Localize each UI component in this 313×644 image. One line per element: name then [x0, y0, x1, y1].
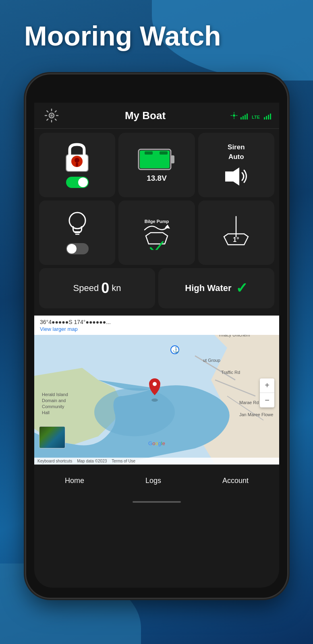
signal-indicator: LTE: [230, 111, 271, 120]
svg-text:Traffic Rd: Traffic Rd: [221, 370, 240, 375]
dashboard: 13.8V SirenAuto: [34, 129, 279, 316]
light-toggle[interactable]: [66, 243, 89, 254]
map-coordinates: 36°4●●●●●S 174°●●●●●●...: [40, 319, 274, 325]
bottom-nav: Home Logs Account: [34, 464, 279, 497]
bulb-icon: [65, 211, 89, 239]
high-water-label: High Water: [185, 283, 231, 293]
inclinometer-icon: 1°: [220, 215, 252, 251]
svg-point-39: [153, 382, 157, 386]
satellite-image: [39, 427, 65, 448]
map-container[interactable]: 36°4●●●●●S 174°●●●●●●... View larger map: [34, 316, 279, 464]
high-water-tile: High Water ✓: [158, 268, 274, 308]
svg-text:Community: Community: [42, 404, 64, 409]
phone-screen: My Boat LTE: [34, 85, 279, 588]
svg-rect-6: [76, 163, 78, 167]
settings-button[interactable]: [42, 107, 60, 125]
svg-point-38: [151, 398, 158, 402]
zoom-in-button[interactable]: +: [260, 378, 274, 393]
svg-rect-11: [160, 151, 168, 155]
map-footer: Keyboard shortcuts Map data ©2023 Terms …: [34, 458, 279, 464]
speed-value: 0: [101, 280, 109, 297]
speed-unit: kn: [112, 283, 121, 293]
top-row: 13.8V SirenAuto: [39, 133, 274, 197]
status-bar: [34, 85, 279, 103]
lock-toggle[interactable]: [66, 177, 89, 188]
zoom-out-button[interactable]: −: [260, 393, 274, 407]
battery-voltage: 13.8V: [147, 174, 167, 183]
svg-rect-10: [145, 151, 153, 155]
battery-container: 13.8V: [137, 147, 176, 183]
svg-point-5: [75, 158, 79, 163]
svg-text:⚓: ⚓: [172, 347, 180, 353]
phone-frame: My Boat LTE: [26, 74, 287, 598]
svg-text:Hall: Hall: [42, 410, 50, 415]
home-bar: [133, 501, 181, 503]
high-water-check: ✓: [236, 280, 248, 297]
svg-text:1°: 1°: [233, 236, 239, 243]
speed-label: Speed: [73, 283, 99, 293]
svg-marker-17: [165, 225, 170, 229]
light-tile[interactable]: [39, 200, 115, 265]
map-zoom-controls: + −: [260, 378, 274, 407]
boat-name: My Boat: [125, 109, 166, 122]
home-indicator: [34, 497, 279, 507]
google-logo: Google: [148, 440, 165, 446]
bilge-pump-tile[interactable]: Bilge Pump: [118, 200, 195, 265]
svg-rect-8: [171, 155, 174, 163]
siren-tile[interactable]: SirenAuto: [198, 133, 274, 197]
speed-tile: Speed 0 kn: [39, 268, 155, 308]
nav-account[interactable]: Account: [214, 473, 257, 489]
svg-text:Herald Island: Herald Island: [42, 392, 68, 397]
bilge-pump-icon: Bilge Pump: [139, 216, 175, 250]
svg-point-1: [50, 114, 53, 117]
nav-home[interactable]: Home: [57, 473, 92, 489]
lte-label: LTE: [252, 115, 260, 120]
signal-bars-1: [240, 114, 248, 120]
view-larger-map-link[interactable]: View larger map: [40, 326, 78, 332]
middle-row: Bilge Pump: [39, 200, 274, 265]
keyboard-shortcuts[interactable]: Keyboard shortcuts: [37, 459, 72, 463]
satellite-thumbnail[interactable]: [39, 426, 65, 448]
battery-icon: [137, 147, 176, 171]
svg-text:Jan Maree Flowe: Jan Maree Flowe: [239, 412, 273, 417]
app-title: Mooring Watch: [24, 20, 221, 52]
map-overlay-top: 36°4●●●●●S 174°●●●●●●... View larger map: [34, 316, 279, 335]
svg-text:Bilge Pump: Bilge Pump: [145, 219, 169, 224]
terms-of-use[interactable]: Terms of Use: [112, 459, 135, 463]
svg-text:Domain and: Domain and: [42, 398, 66, 403]
svg-marker-12: [225, 167, 239, 186]
header: My Boat LTE: [34, 103, 279, 129]
svg-point-2: [233, 114, 235, 117]
svg-point-13: [69, 213, 85, 229]
signal-bars-2: [264, 114, 271, 120]
speaker-icon: [223, 165, 249, 188]
svg-text:ut Group: ut Group: [203, 358, 220, 363]
bottom-row: Speed 0 kn High Water ✓: [39, 268, 274, 308]
nav-logs[interactable]: Logs: [137, 473, 169, 489]
battery-tile[interactable]: 13.8V: [118, 133, 195, 197]
map-data-credit: Map data ©2023: [77, 459, 107, 463]
svg-text:Marae Rd: Marae Rd: [239, 400, 259, 405]
inclinometer-tile[interactable]: 1°: [198, 200, 274, 265]
lock-tile[interactable]: [39, 133, 115, 197]
siren-label: SirenAuto: [228, 142, 245, 162]
lock-icon: [64, 142, 90, 173]
svg-point-21: [94, 388, 175, 436]
